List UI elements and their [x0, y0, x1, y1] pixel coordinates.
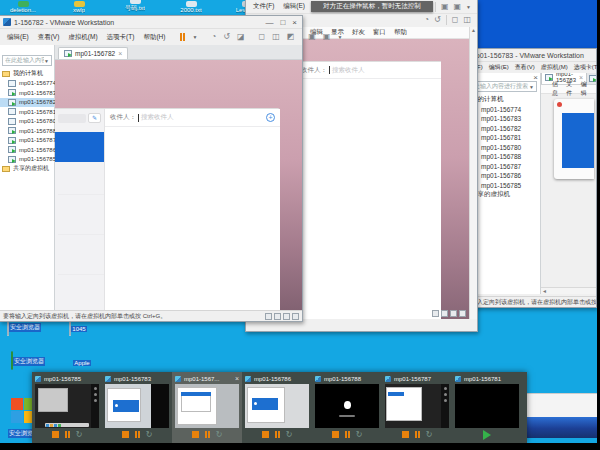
desktop-icon[interactable]: 安全浏览器 [6, 352, 50, 370]
stop-vm-button[interactable] [332, 431, 339, 438]
menu-file[interactable]: 文件(F) [252, 1, 275, 12]
restart-vm-button[interactable]: ↻ [76, 431, 83, 439]
menu-view[interactable]: 查看(V) [514, 62, 536, 73]
thumbnail-screen[interactable] [245, 384, 309, 428]
library-toggle-icon[interactable]: ▣ [308, 32, 316, 42]
desktop-icon[interactable]: deletion... [2, 1, 44, 13]
menu-edit[interactable]: 编辑(E) [6, 32, 30, 43]
selected-conversation[interactable] [562, 113, 594, 168]
compose-search-input[interactable] [58, 114, 86, 123]
maximize-icon[interactable]: □ [280, 18, 285, 27]
tree-vm-item[interactable]: mp01-156781 [0, 107, 54, 117]
taskbar-thumbnail[interactable]: mp01-156781 [452, 372, 522, 443]
sound-status-icon[interactable] [450, 310, 457, 317]
message-body[interactable] [105, 127, 280, 310]
titlebar[interactable]: 1-156782 - VMware Workstation — □ × [0, 16, 302, 29]
scroll-left-icon[interactable]: ◄ [541, 288, 548, 294]
mac-close-icon[interactable] [557, 102, 562, 107]
thumbnail-screen[interactable] [105, 384, 169, 428]
thumbnail-screen[interactable] [385, 384, 449, 428]
pause-vm-button[interactable] [65, 431, 70, 438]
guest-compose-window[interactable] [554, 99, 594, 179]
close-thumbnail-icon[interactable]: × [235, 375, 239, 382]
revert-snapshot-icon[interactable]: ↺ [434, 15, 441, 25]
pause-vm-button[interactable] [415, 431, 420, 438]
tree-root[interactable]: 我的计算机 [0, 69, 54, 79]
tree-vm-item[interactable]: mp01-156786 [0, 145, 54, 155]
scroll-up-icon[interactable]: ▲ [470, 27, 477, 33]
pause-vm-button[interactable] [275, 431, 280, 438]
recipient-row[interactable]: 收件人： 搜索收件人 + [105, 109, 280, 127]
snapshot-icon[interactable]: ◔ [211, 32, 216, 42]
manage-snapshots-icon[interactable]: ◪ [237, 32, 245, 42]
taskbar-thumbnail[interactable]: mp01-156788 ↻ [312, 372, 382, 443]
tree-vm-item[interactable]: mp01-156785 [0, 155, 54, 165]
stop-vm-button[interactable] [262, 431, 269, 438]
tree-vm-item[interactable]: mp01-156787 [0, 136, 54, 146]
desktop-icon[interactable]: 号码.txt [114, 0, 156, 13]
menu-help[interactable]: 帮助(H) [142, 32, 166, 43]
recipient-row[interactable]: 收件人： 搜索收件人 [296, 62, 441, 79]
stop-vm-button[interactable] [192, 431, 199, 438]
new-message-button[interactable]: ✎ [88, 113, 101, 123]
desktop-icon[interactable]: 2000.txt [170, 1, 212, 13]
suspend-button[interactable] [180, 33, 185, 41]
horizontal-scrollbar[interactable]: ◄ [541, 287, 596, 294]
tree-shared-vms[interactable]: 共享的虚拟机 [0, 164, 54, 174]
restore-corner-icon[interactable] [292, 313, 299, 320]
restart-vm-button[interactable]: ↻ [356, 431, 363, 439]
network-status-icon[interactable] [274, 313, 281, 320]
tree-vm-item[interactable]: mp01-156774 [0, 79, 54, 89]
menu-view[interactable]: 查看(V) [37, 32, 61, 43]
restart-vm-button[interactable]: ↻ [286, 431, 293, 439]
minimize-icon[interactable]: — [265, 18, 273, 27]
vertical-scrollbar[interactable]: ▲ [469, 27, 477, 319]
tree-vm-item[interactable]: mp01-156783 [0, 88, 54, 98]
restore-corner-icon[interactable] [459, 310, 466, 317]
library-search-input[interactable]: 在此处输入内容进行搜索▼ [2, 55, 52, 66]
pause-vm-button[interactable] [345, 431, 350, 438]
thumbnail-bar-icon[interactable]: ▣ [323, 32, 331, 42]
thumbnail-screen[interactable] [315, 384, 379, 428]
tree-vm-item[interactable]: mp01-156788 [0, 126, 54, 136]
pause-vm-button[interactable] [135, 431, 140, 438]
desktop-icon[interactable]: xwlp [58, 1, 100, 13]
hdd-status-icon[interactable] [432, 310, 439, 317]
menu-tabs[interactable]: 选项卡(T) [573, 62, 600, 73]
hdd-status-icon[interactable] [265, 313, 272, 320]
stop-vm-button[interactable] [122, 431, 129, 438]
stop-vm-button[interactable] [52, 431, 59, 438]
menu-edit[interactable]: 编辑(E) [282, 1, 306, 12]
thumbnail-bar-icon[interactable]: ▣ [453, 2, 461, 12]
taskbar-thumbnail[interactable]: mp01-156787 ↻ [382, 372, 452, 443]
chevron-down-icon[interactable]: ▼ [44, 58, 49, 64]
desktop-icon[interactable]: Apple [60, 352, 104, 370]
network-status-icon[interactable] [441, 310, 448, 317]
restart-vm-button[interactable]: ↻ [426, 431, 433, 439]
maximize-guest-icon[interactable]: ◫ [463, 15, 471, 25]
chevron-down-icon[interactable]: ▼ [192, 34, 197, 40]
taskbar-thumbnail[interactable]: mp01-156786 ↻ [242, 372, 312, 443]
revert-snapshot-icon[interactable]: ↺ [223, 32, 230, 42]
mac-menu-help[interactable]: 帮助 [394, 28, 407, 37]
vm-tab[interactable]: mp01-156782 × [58, 47, 128, 59]
pause-vm-button[interactable] [205, 431, 210, 438]
vm-tab-partial[interactable] [589, 75, 596, 82]
close-icon[interactable]: × [292, 18, 297, 27]
menu-tabs[interactable]: 选项卡(T) [106, 32, 136, 43]
chevron-down-icon[interactable]: ▼ [466, 4, 471, 10]
thumbnail-screen[interactable] [175, 384, 239, 428]
snapshot-icon[interactable]: ◔ [424, 15, 429, 25]
tree-vm-item[interactable]: mp01-156780 [0, 117, 54, 127]
mac-menu-friends[interactable]: 好友 [352, 28, 365, 37]
mac-menu-window[interactable]: 窗口 [373, 28, 386, 37]
thumbnail-screen[interactable] [455, 384, 519, 428]
thumbnail-screen[interactable] [35, 384, 99, 428]
stop-vm-button[interactable] [402, 431, 409, 438]
library-toggle-icon[interactable]: ▣ [441, 2, 449, 12]
taskbar-thumbnail[interactable]: mp01-156785 ↻ [32, 372, 102, 443]
taskbar-thumbnail[interactable]: mp01-156783 ↻ [102, 372, 172, 443]
close-library-icon[interactable]: × [533, 73, 538, 82]
fullscreen-icon[interactable]: ◫ [272, 32, 280, 42]
unity-icon[interactable]: ◩ [287, 32, 295, 42]
